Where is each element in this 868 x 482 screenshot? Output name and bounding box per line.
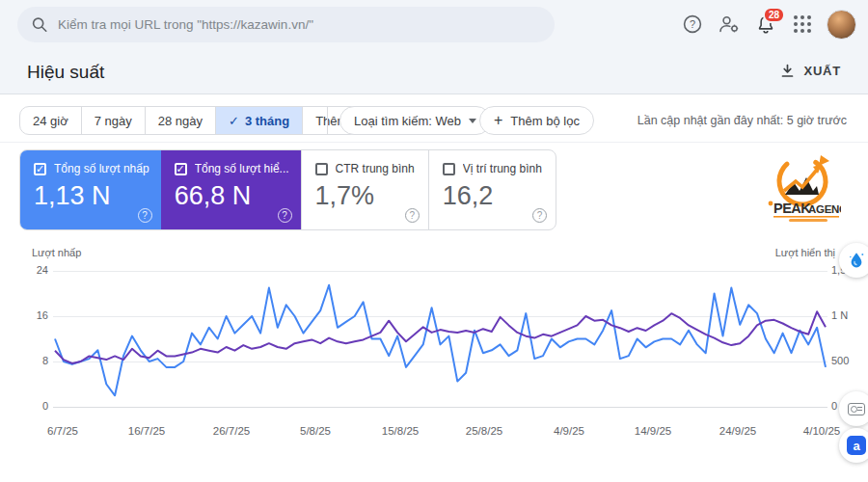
range-7d[interactable]: 7 ngày	[82, 107, 146, 134]
right-tick: 500	[831, 355, 866, 366]
page-title: Hiệu suất	[27, 62, 104, 83]
water-reminder-extension-button[interactable]	[839, 243, 868, 278]
range-label: 3 tháng	[245, 114, 289, 128]
search-input[interactable]	[58, 17, 541, 32]
card-total-clicks[interactable]: ✓Tổng số lượt nhấp 1,13 N ?	[20, 150, 161, 229]
performance-line-chart[interactable]	[53, 260, 827, 415]
help-icon[interactable]: ?	[405, 208, 420, 223]
x-tick: 16/7/25	[128, 425, 165, 437]
export-label: XUẤT	[803, 64, 841, 78]
left-tick: 0	[8, 400, 48, 412]
filter-divider	[0, 142, 868, 143]
letter-a-extension-button[interactable]: a	[839, 428, 868, 463]
left-tick: 8	[8, 355, 48, 366]
card-avg-position[interactable]: Vị trí trung bình 16,2 ?	[428, 150, 556, 229]
x-tick: 15/8/25	[382, 425, 419, 437]
x-tick: 26/7/25	[213, 425, 250, 437]
card-label: Tổng số lượt hiể...	[195, 162, 289, 175]
range-3m-selected[interactable]: ✓3 tháng	[216, 107, 303, 134]
help-icon[interactable]: ?	[532, 208, 547, 223]
search-icon	[31, 15, 48, 34]
apps-grid-button[interactable]	[784, 6, 821, 42]
help-icon: ?	[682, 13, 703, 35]
checkbox-unchecked-icon[interactable]	[315, 163, 328, 175]
checkbox-unchecked-icon[interactable]	[443, 163, 455, 175]
search-console-performance-page: ? 28 Hiệu suất XUẤT 24 giờ 7 ngày 28 ngà…	[0, 0, 868, 482]
filter-separator	[327, 107, 328, 134]
user-settings-button[interactable]	[711, 6, 747, 42]
card-label: Vị trí trung bình	[463, 162, 542, 175]
card-value: 16,2	[443, 181, 544, 211]
peak-agency-logo: PEAK AGENCY	[764, 154, 841, 228]
last-updated-text: Lần cập nhật gần đây nhất: 5 giờ trước	[637, 114, 847, 127]
date-range-selector: 24 giờ 7 ngày 28 ngày ✓3 tháng Thêm	[19, 106, 374, 135]
card-avg-ctr[interactable]: CTR trung bình 1,7% ?	[301, 150, 428, 229]
water-drop-icon	[847, 251, 866, 270]
card-total-impressions[interactable]: ✓Tổng số lượt hiể... 66,8 N ?	[161, 150, 301, 229]
right-axis-title: Lượt hiển thị	[775, 247, 835, 258]
left-axis-title: Lượt nhấp	[32, 247, 81, 258]
x-tick: 14/9/25	[635, 425, 671, 437]
range-28d[interactable]: 28 ngày	[146, 107, 216, 134]
left-tick: 24	[8, 264, 48, 276]
range-label: 7 ngày	[95, 114, 132, 128]
user-gear-icon	[718, 13, 741, 35]
check-icon: ✓	[229, 114, 239, 128]
x-tick: 24/9/25	[719, 425, 756, 437]
search-type-chip[interactable]: Loại tìm kiếm: Web	[339, 106, 491, 135]
checkbox-checked-icon[interactable]: ✓	[34, 163, 46, 175]
svg-text:PEAK: PEAK	[773, 201, 811, 216]
add-filter-label: Thêm bộ lọc	[510, 114, 580, 128]
export-button[interactable]: XUẤT	[780, 64, 841, 78]
card-value: 66,8 N	[175, 181, 289, 211]
card-extension-button[interactable]	[839, 391, 868, 426]
range-label: 24 giờ	[33, 114, 68, 128]
id-card-icon	[848, 403, 865, 415]
x-tick: 4/10/25	[803, 425, 840, 437]
search-type-label: Loại tìm kiếm: Web	[354, 114, 461, 128]
range-label: 28 ngày	[158, 114, 203, 128]
metric-cards: ✓Tổng số lượt nhấp 1,13 N ? ✓Tổng số lượ…	[19, 149, 556, 230]
line-clicks	[55, 285, 826, 396]
card-value: 1,13 N	[34, 181, 149, 211]
x-tick: 5/8/25	[300, 425, 331, 437]
card-label: CTR trung bình	[336, 162, 415, 175]
help-icon[interactable]: ?	[138, 208, 152, 223]
help-icon[interactable]: ?	[278, 208, 292, 223]
notifications-button[interactable]: 28	[747, 6, 784, 42]
range-24h[interactable]: 24 giờ	[20, 107, 82, 134]
svg-text:AGENCY: AGENCY	[808, 203, 841, 215]
x-tick: 4/9/25	[554, 425, 584, 437]
add-filter-chip[interactable]: + Thêm bộ lọc	[479, 106, 594, 135]
card-value: 1,7%	[315, 181, 417, 211]
help-button[interactable]: ?	[674, 6, 711, 42]
profile-avatar[interactable]	[827, 10, 856, 40]
right-tick: 1 N	[831, 309, 866, 321]
download-icon	[780, 64, 795, 78]
letter-a-icon: a	[847, 436, 866, 455]
svg-text:?: ?	[690, 18, 695, 30]
apps-grid-icon	[794, 15, 811, 33]
plus-icon: +	[494, 113, 502, 128]
x-tick: 25/8/25	[466, 425, 502, 437]
checkbox-checked-icon[interactable]: ✓	[175, 163, 187, 175]
chevron-down-icon	[469, 119, 476, 123]
card-label: Tổng số lượt nhấp	[54, 162, 149, 175]
notification-badge: 28	[763, 7, 785, 23]
url-inspect-searchbar[interactable]	[17, 7, 555, 42]
x-tick: 6/7/25	[47, 425, 78, 437]
left-tick: 16	[8, 309, 48, 321]
